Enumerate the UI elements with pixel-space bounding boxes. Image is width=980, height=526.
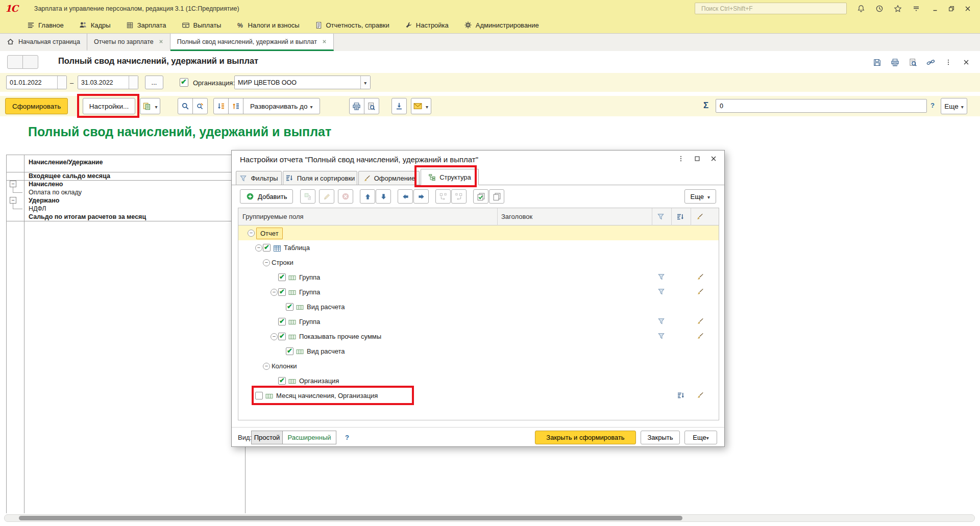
collapse-icon[interactable] <box>255 244 262 252</box>
check-all-button[interactable] <box>473 189 488 204</box>
collapse-icon[interactable] <box>271 289 278 296</box>
service-menu-button[interactable] <box>909 3 923 15</box>
tab-close-icon[interactable] <box>322 39 327 44</box>
menu-item-zarplata[interactable]: Зарплата <box>118 17 174 33</box>
more-button[interactable]: Еще <box>941 98 967 114</box>
collapse-icon[interactable] <box>263 363 270 370</box>
back-button[interactable] <box>7 55 23 69</box>
item-checkbox[interactable] <box>278 273 286 281</box>
menu-item-nastrojka[interactable]: Настройка <box>397 17 456 33</box>
form-save-button[interactable] <box>871 56 883 68</box>
window-close-button[interactable] <box>961 3 975 15</box>
tree-row[interactable]: Колонки <box>238 359 719 373</box>
history-clock-button[interactable] <box>872 3 886 15</box>
global-search-input[interactable] <box>701 5 843 12</box>
tree-row[interactable]: Таблица <box>238 240 719 255</box>
tab-close-icon[interactable] <box>159 39 163 44</box>
form-more-dots-button[interactable] <box>943 56 954 68</box>
uncheck-all-button[interactable] <box>489 189 504 204</box>
tree-row[interactable]: Месяц начисления, Организация <box>238 388 719 403</box>
tab-full-summary[interactable]: Полный свод начислений, удержаний и выпл… <box>170 34 334 51</box>
dialog-help-link[interactable]: ? <box>345 434 349 441</box>
menu-item-vyplaty[interactable]: Выплаты <box>174 17 229 33</box>
tab-filters[interactable]: Фильтры <box>236 171 282 185</box>
collapse-icon[interactable] <box>263 259 270 266</box>
collapse-icon[interactable] <box>271 333 278 340</box>
row-brush-icon[interactable] <box>696 317 704 327</box>
delete-button[interactable] <box>338 189 353 204</box>
report-variants-button[interactable] <box>140 98 160 114</box>
dialog-more-dots-button[interactable] <box>674 153 688 164</box>
tab-fields-sorting[interactable]: Поля и сортировки <box>283 171 357 185</box>
item-checkbox[interactable] <box>255 392 263 399</box>
view-simple-button[interactable]: Простой <box>251 431 283 444</box>
period-to-field[interactable] <box>78 76 138 89</box>
scrollbar-thumb[interactable] <box>19 516 682 520</box>
edit-button[interactable] <box>319 189 334 204</box>
send-email-button[interactable] <box>411 98 431 114</box>
tab-structure[interactable]: Структура <box>421 169 479 185</box>
save-file-button[interactable] <box>391 98 407 114</box>
item-checkbox[interactable] <box>278 318 286 325</box>
tree-row[interactable]: Организация <box>238 373 719 388</box>
form-close-button[interactable] <box>961 56 972 68</box>
menu-item-administrirovanie[interactable]: Администрирование <box>456 17 547 33</box>
calendar-icon[interactable] <box>57 76 66 89</box>
menu-item-nalogi-i-vznosy[interactable]: %Налоги и взносы <box>229 17 307 33</box>
organization-combobox[interactable] <box>234 76 371 89</box>
find-button[interactable] <box>178 98 193 114</box>
chevron-down-icon[interactable] <box>360 76 370 89</box>
move-into-group-button[interactable] <box>435 189 451 204</box>
print-button[interactable] <box>349 98 364 114</box>
preview-button[interactable] <box>364 98 379 114</box>
collapse-icon[interactable] <box>10 181 16 187</box>
item-checkbox[interactable] <box>278 288 286 296</box>
move-right-button[interactable] <box>413 189 429 204</box>
settings-button[interactable]: Настройки... <box>83 98 135 114</box>
move-up-button[interactable] <box>360 189 375 204</box>
item-checkbox[interactable] <box>286 347 293 355</box>
tree-row[interactable]: Вид расчета <box>238 299 719 314</box>
period-to-input[interactable] <box>78 79 129 86</box>
row-funnel-icon[interactable] <box>657 288 665 297</box>
row-funnel-icon[interactable] <box>657 317 665 327</box>
header-funnel-icon[interactable] <box>657 213 665 222</box>
row-brush-icon[interactable] <box>696 391 704 400</box>
generate-button[interactable]: Сформировать <box>5 98 68 114</box>
tab-home[interactable]: Начальная страница <box>0 34 87 51</box>
tree-row[interactable]: Группа <box>238 270 719 285</box>
sum-input[interactable] <box>716 99 927 113</box>
item-checkbox[interactable] <box>278 377 286 385</box>
header-sortfields-icon[interactable] <box>676 213 684 222</box>
item-checkbox[interactable] <box>286 303 293 311</box>
window-restore-button[interactable] <box>944 3 959 15</box>
global-search[interactable] <box>695 3 847 14</box>
menu-item-otchetnost-spravki[interactable]: Отчетность, справки <box>307 17 397 33</box>
collapse-rows-button[interactable] <box>213 98 229 114</box>
move-left-button[interactable] <box>398 189 413 204</box>
tab-appearance[interactable]: Оформление <box>358 171 420 185</box>
horizontal-scrollbar[interactable] <box>4 514 975 522</box>
organization-checkbox[interactable] <box>180 78 188 87</box>
collapse-icon[interactable] <box>248 230 255 237</box>
dialog-more-button[interactable]: Еще <box>684 189 716 204</box>
find-next-button[interactable] <box>192 98 208 114</box>
form-preview-button[interactable] <box>907 56 918 68</box>
move-down-button[interactable] <box>376 189 391 204</box>
add-button[interactable]: Добавить <box>240 189 293 204</box>
period-choice-button[interactable]: ... <box>145 76 163 89</box>
group-button[interactable] <box>300 189 315 204</box>
dialog-close-button[interactable] <box>707 153 720 164</box>
calendar-icon[interactable] <box>129 76 138 89</box>
form-print-button[interactable] <box>889 56 900 68</box>
row-brush-icon[interactable] <box>696 273 704 282</box>
menu-item-glavnoe[interactable]: Главное <box>19 17 71 33</box>
dialog-maximize-button[interactable] <box>691 153 704 164</box>
tab-salary-reports[interactable]: Отчеты по зарплате <box>87 34 170 51</box>
menu-item-kadry[interactable]: Кадры <box>71 17 118 33</box>
close-button[interactable]: Закрыть <box>641 431 680 444</box>
period-from-field[interactable] <box>6 76 67 89</box>
row-brush-icon[interactable] <box>696 288 704 297</box>
tree-row[interactable]: Группа <box>238 285 719 299</box>
move-from-group-button[interactable] <box>451 189 467 204</box>
